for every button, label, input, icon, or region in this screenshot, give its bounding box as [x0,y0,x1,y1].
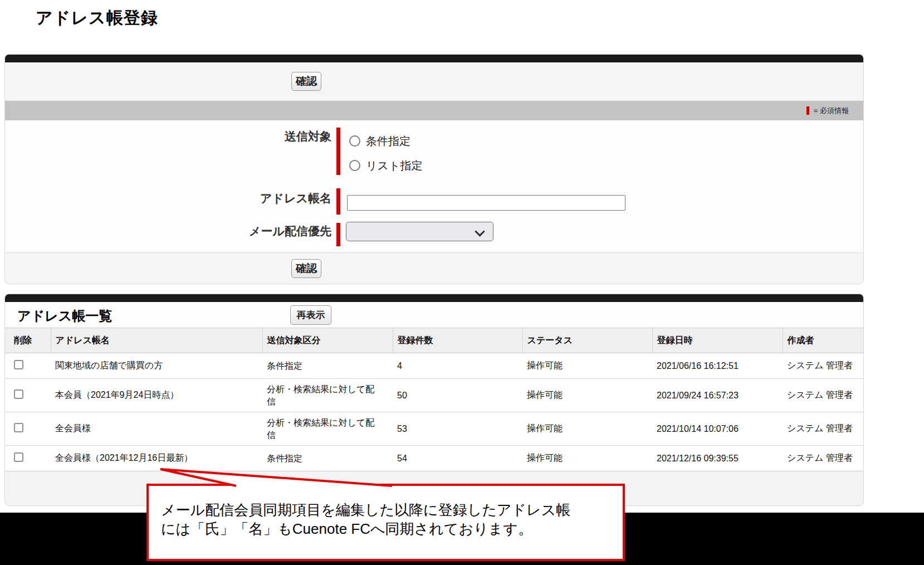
required-red-mark [806,106,809,115]
mail-delivery-priority-label: メール配信優先 [5,221,331,239]
required-bar [336,128,340,175]
radio-button-icon[interactable] [349,160,360,171]
chevron-down-icon [475,226,485,236]
cell-count: 4 [397,361,402,371]
col-header-registered: 登録日時 [652,328,783,353]
cell-count: 50 [397,391,407,400]
col-header-count: 登録件数 [393,328,522,353]
table-row: 関東地域の店舗で購買の方 条件指定 4 操作可能 2021/06/16 16:1… [5,353,863,379]
cell-status: 操作可能 [527,453,563,462]
confirm-button-top[interactable]: 確認 [291,72,321,91]
col-header-name: アドレス帳名 [51,328,262,353]
cell-registered-at: 2021/10/14 10:07:06 [657,424,739,434]
cell-name: 関東地域の店舗で購買の方 [55,361,163,370]
delete-checkbox[interactable] [14,389,23,399]
table-header-row: 削除 アドレス帳名 送信対象区分 登録件数 ステータス 登録日時 作成者 [5,328,863,353]
radio-option-condition[interactable]: 条件指定 [347,133,422,149]
address-book-name-input[interactable] [347,195,625,211]
required-bar [336,188,340,215]
cell-creator: システム 管理者 [787,361,853,370]
callout-line-1: メール配信会員同期項目を編集した以降に登録したアドレス帳 [161,500,613,519]
required-legend-bar: = 必須情報 [5,101,863,120]
col-header-target-type: 送信対象区分 [262,328,393,353]
table-row: 全会員様 分析・検索結果に対して配信 53 操作可能 2021/10/14 10… [5,412,863,446]
panel-top-bar [5,55,863,62]
required-legend-text: = 必須情報 [814,106,849,116]
callout-note: メール配信会員同期項目を編集した以降に登録したアドレス帳 には「氏」「名」もCu… [146,484,625,561]
address-book-name-label: アドレス帳名 [5,187,331,206]
delete-checkbox[interactable] [14,360,23,369]
form-area: 送信対象 条件指定 リスト指定 アドレス帳名 メール配信優先 [5,125,863,250]
radio-button-icon[interactable] [349,135,360,147]
cell-name: 全会員様 [55,423,91,433]
cell-registered-at: 2021/06/16 16:12:51 [657,361,739,371]
mail-delivery-priority-select[interactable] [346,222,493,241]
page-title: アドレス帳登録 [36,7,158,30]
cell-status: 操作可能 [527,423,563,433]
panel-top-bar [5,294,863,302]
cell-registered-at: 2021/09/24 16:57:23 [657,391,739,400]
address-book-table: 削除 アドレス帳名 送信対象区分 登録件数 ステータス 登録日時 作成者 関東地… [5,328,863,471]
callout-line-2: には「氏」「名」もCuenote FCへ同期されております。 [161,519,613,538]
address-book-list-panel: アドレス帳一覧 再表示 削除 アドレス帳名 送信対象区分 登録件数 ステータス … [4,294,864,506]
cell-target-type: 分析・検索結果に対して配信 [267,417,378,441]
table-row: 本会員（2021年9月24日時点） 分析・検索結果に対して配信 50 操作可能 … [5,379,863,412]
cell-status: 操作可能 [527,390,563,400]
cell-target-type: 条件指定 [267,360,378,372]
address-book-register-panel: 確認 = 必須情報 送信対象 条件指定 リスト指定 アドレス帳名 [4,54,864,284]
cell-creator: システム 管理者 [787,453,853,462]
table-row: 全会員様（2021年12月16日最新） 条件指定 54 操作可能 2021/12… [5,446,863,471]
list-title-row: アドレス帳一覧 再表示 [5,302,863,328]
col-header-creator: 作成者 [783,328,863,353]
delete-checkbox[interactable] [14,423,23,432]
cell-name: 本会員（2021年9月24日時点） [55,390,179,400]
radio-option-list-label: リスト指定 [366,158,422,173]
cell-count: 53 [397,424,407,434]
cell-registered-at: 2021/12/16 09:39:55 [657,454,739,463]
confirm-row-bottom: 確認 [5,252,863,284]
cell-creator: システム 管理者 [787,390,853,400]
cell-creator: システム 管理者 [787,423,853,433]
col-header-delete: 削除 [5,328,51,353]
required-bar [336,223,340,246]
cell-status: 操作可能 [527,361,563,370]
col-header-status: ステータス [522,328,652,353]
radio-option-list[interactable]: リスト指定 [347,157,422,174]
list-title: アドレス帳一覧 [17,307,112,325]
delete-checkbox[interactable] [14,452,23,462]
confirm-button-bottom[interactable]: 確認 [291,259,321,278]
confirm-row-top: 確認 [5,62,863,101]
refresh-button[interactable]: 再表示 [290,305,331,325]
radio-option-condition-label: 条件指定 [366,134,410,149]
callout-pointer-arrow [139,461,429,489]
send-target-label: 送信対象 [5,125,331,144]
cell-target-type: 分析・検索結果に対して配信 [267,383,378,408]
